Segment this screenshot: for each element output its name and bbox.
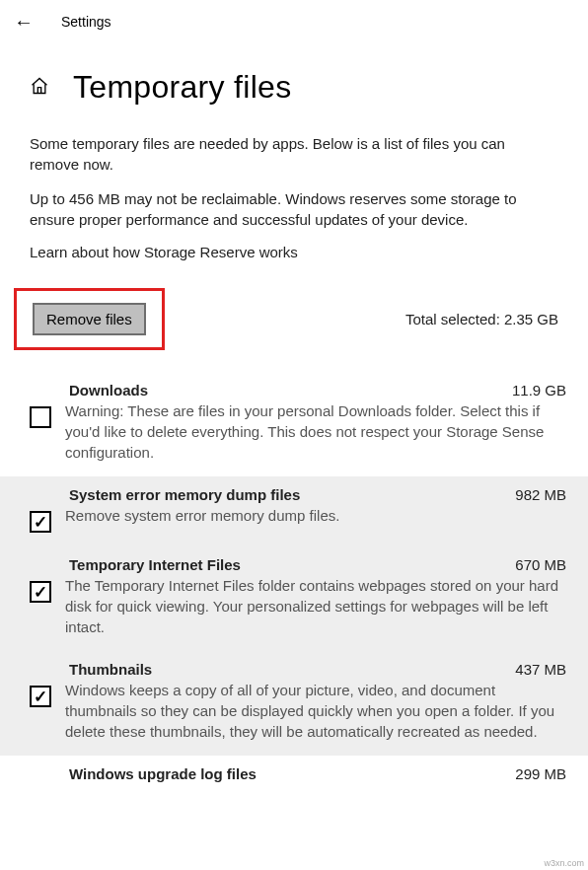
checkbox[interactable] — [30, 581, 51, 603]
intro-paragraph-2: Up to 456 MB may not be reclaimable. Win… — [0, 188, 588, 230]
page-title: Temporary files — [73, 69, 291, 106]
item-size: 11.9 GB — [512, 382, 568, 399]
remove-highlight: Remove files — [14, 288, 165, 350]
item-size: 437 MB — [515, 661, 568, 678]
item-size: 670 MB — [515, 556, 568, 573]
item-description: Remove system error memory dump files. — [65, 505, 568, 533]
item-title: Downloads — [30, 382, 148, 399]
file-item-temp-internet[interactable]: Temporary Internet Files 670 MB The Temp… — [0, 546, 588, 651]
item-title: Temporary Internet Files — [30, 556, 241, 573]
watermark: w3xn.com — [544, 858, 584, 868]
item-description: Warning: These are files in your persona… — [65, 400, 568, 463]
item-title: System error memory dump files — [30, 486, 300, 503]
checkbox[interactable] — [30, 686, 51, 707]
file-item-downloads[interactable]: Downloads 11.9 GB Warning: These are fil… — [0, 372, 588, 476]
back-button[interactable]: ← — [14, 12, 34, 32]
item-title: Thumbnails — [30, 661, 152, 678]
intro-paragraph-1: Some temporary files are needed by apps.… — [0, 133, 588, 175]
item-size: 299 MB — [515, 765, 568, 782]
item-checkbox-wrap — [30, 575, 51, 637]
item-size: 982 MB — [515, 486, 568, 503]
file-item-upgrade-logs[interactable]: Windows upgrade log files 299 MB — [0, 756, 588, 782]
title-bar: ← Settings — [0, 0, 588, 41]
item-description: The Temporary Internet Files folder cont… — [65, 575, 568, 637]
page-header: Temporary files — [0, 41, 588, 106]
file-item-system-dump[interactable]: System error memory dump files 982 MB Re… — [0, 476, 588, 546]
item-checkbox-wrap — [30, 505, 51, 533]
learn-link[interactable]: Learn about how Storage Reserve works — [0, 244, 588, 260]
total-selected-label: Total selected: 2.35 GB — [405, 311, 574, 327]
file-item-thumbnails[interactable]: Thumbnails 437 MB Windows keeps a copy o… — [0, 651, 588, 756]
checkbox[interactable] — [30, 511, 51, 533]
item-checkbox-wrap — [30, 680, 51, 742]
app-title: Settings — [61, 14, 111, 30]
item-title: Windows upgrade log files — [30, 765, 257, 782]
item-description: Windows keeps a copy of all of your pict… — [65, 680, 568, 742]
item-checkbox-wrap — [30, 400, 51, 463]
action-row: Remove files Total selected: 2.35 GB — [0, 288, 588, 350]
checkbox[interactable] — [30, 406, 51, 428]
remove-files-button[interactable]: Remove files — [33, 303, 146, 335]
home-icon[interactable] — [30, 76, 49, 100]
content-area: Some temporary files are needed by apps.… — [0, 106, 588, 782]
